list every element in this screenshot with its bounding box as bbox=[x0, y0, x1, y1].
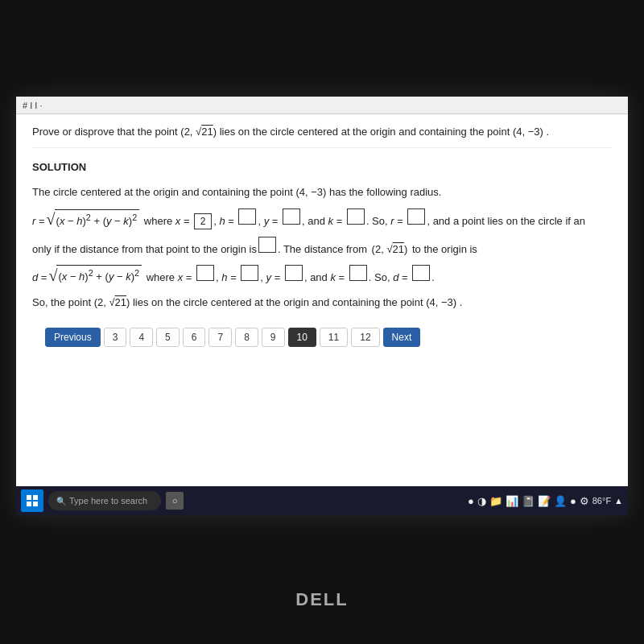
r-formula-x-box[interactable]: 2 bbox=[194, 213, 212, 229]
windows-icon bbox=[27, 495, 38, 506]
line2: only if the distance from that point to … bbox=[32, 237, 612, 258]
question-line: Prove or disprove that the point (2, √21… bbox=[32, 124, 612, 148]
next-button[interactable]: Next bbox=[383, 328, 421, 347]
taskbar-bottom: 🔍 Type here to search ○ ● ◑ 📁 📊 📓 📝 👤 ● … bbox=[16, 486, 628, 515]
onenote-icon: 📓 bbox=[522, 495, 535, 507]
r-formula-k-box[interactable] bbox=[347, 208, 365, 225]
svg-rect-1 bbox=[33, 495, 38, 500]
page-5-button[interactable]: 5 bbox=[156, 328, 180, 347]
word-icon: 📝 bbox=[538, 495, 551, 507]
d-formula-k-box[interactable] bbox=[349, 265, 367, 281]
settings-icon: ⚙ bbox=[580, 495, 589, 507]
cortana-icon: ○ bbox=[172, 496, 178, 506]
r-formula-y-box[interactable] bbox=[283, 208, 300, 225]
page-11-button[interactable]: 11 bbox=[320, 328, 348, 347]
top-taskbar: # I I · bbox=[16, 97, 628, 114]
taskbar-search[interactable]: 🔍 Type here to search bbox=[48, 491, 161, 510]
excel-icon: 📊 bbox=[506, 495, 518, 507]
dell-logo: DELL bbox=[295, 589, 348, 610]
formula2-line: d = √ (x − h)2 + (y − k)2 where x = , h … bbox=[32, 265, 612, 287]
d-formula-y-box[interactable] bbox=[285, 265, 303, 281]
d-formula-d-box[interactable] bbox=[412, 265, 430, 281]
start-button[interactable] bbox=[21, 489, 43, 512]
d-formula-x-box[interactable] bbox=[196, 265, 214, 281]
question-text: Prove or disprove that the point bbox=[32, 126, 178, 138]
search-icon: 🔍 bbox=[56, 497, 66, 506]
taskbar-system-icons: ● ◑ 📁 📊 📓 📝 👤 ● ⚙ 86°F ▲ bbox=[468, 495, 623, 507]
chrome-icon: ● bbox=[468, 495, 474, 507]
solution-paragraph1: The circle centered at the origin and co… bbox=[32, 184, 612, 201]
r-formula-r-box[interactable] bbox=[407, 208, 425, 225]
temperature-display: 86°F bbox=[592, 496, 611, 506]
monitor-bezel: # I I · Prove or disprove that the point… bbox=[0, 0, 644, 644]
conclusion-line: So, the point (2, √21) lies on the circl… bbox=[32, 295, 612, 312]
navigation-bar: Previous 3 4 5 6 7 8 9 10 11 12 Next bbox=[32, 320, 612, 355]
chrome2-icon: ● bbox=[570, 495, 576, 507]
cortana-button[interactable]: ○ bbox=[166, 492, 184, 510]
para1-point: (4, −3) bbox=[295, 186, 329, 198]
search-placeholder-text: Type here to search bbox=[69, 496, 147, 506]
sqrt1: √ (x − h)2 + (y − k)2 bbox=[47, 209, 140, 230]
page-4-button[interactable]: 4 bbox=[130, 328, 153, 347]
formula1-line: r = √ (x − h)2 + (y − k)2 where x = 2 , … bbox=[32, 208, 612, 230]
page-3-button[interactable]: 3 bbox=[104, 328, 127, 347]
page-10-button[interactable]: 10 bbox=[288, 328, 316, 347]
folder-icon: 📁 bbox=[489, 495, 502, 507]
d-formula-h-box[interactable] bbox=[241, 265, 258, 281]
edge-icon: ◑ bbox=[477, 495, 486, 507]
taskbar-top-text: # I I · bbox=[23, 101, 42, 110]
page-12-button[interactable]: 12 bbox=[351, 328, 379, 347]
page-6-button[interactable]: 6 bbox=[183, 328, 206, 347]
question-point1: (2, √21) bbox=[180, 126, 219, 138]
user-icon: 👤 bbox=[554, 495, 567, 507]
page-8-button[interactable]: 8 bbox=[235, 328, 258, 347]
content-area: Prove or disprove that the point (2, √21… bbox=[16, 114, 628, 365]
screen: # I I · Prove or disprove that the point… bbox=[16, 97, 628, 515]
r-formula-h-box[interactable] bbox=[238, 208, 256, 225]
prev-button[interactable]: Previous bbox=[45, 328, 101, 347]
line2-box[interactable] bbox=[258, 237, 276, 253]
question-point2: (4, −3) . bbox=[513, 126, 549, 138]
svg-rect-0 bbox=[27, 495, 31, 500]
network-icon: ▲ bbox=[614, 496, 623, 506]
question-middle: lies on the circle centered at the origi… bbox=[220, 126, 510, 138]
sqrt2: √ (x − h)2 + (y − k)2 bbox=[48, 265, 142, 286]
page-7-button[interactable]: 7 bbox=[208, 328, 232, 347]
svg-rect-3 bbox=[33, 502, 38, 506]
svg-rect-2 bbox=[27, 502, 31, 506]
page-9-button[interactable]: 9 bbox=[262, 328, 285, 347]
solution-header: SOLUTION bbox=[32, 159, 612, 176]
